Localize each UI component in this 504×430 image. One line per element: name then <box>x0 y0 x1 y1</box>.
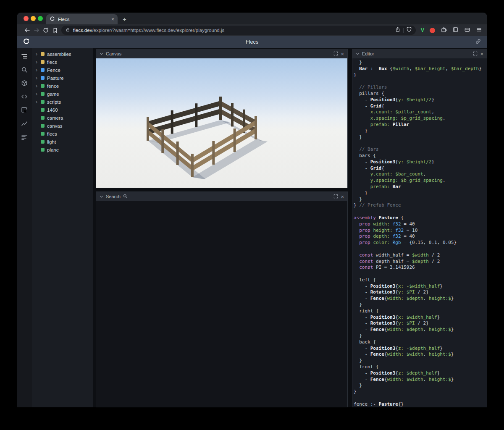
code-line: - Fence{width: $width, height:$} <box>354 377 487 383</box>
search-results-area <box>96 201 347 407</box>
expand-panel-icon[interactable] <box>473 51 478 57</box>
reload-button[interactable] <box>41 26 50 35</box>
code-editor-icon[interactable] <box>20 92 29 101</box>
close-panel-icon[interactable]: × <box>341 51 344 57</box>
search-panel-title: Search <box>106 194 121 199</box>
code-line <box>354 395 487 401</box>
code-line: } <box>354 389 487 395</box>
bookmark-tab-icon[interactable] <box>50 26 60 35</box>
tree-item-1460[interactable]: 1460 <box>32 106 93 114</box>
expand-arrow-icon[interactable]: › <box>35 59 38 65</box>
expand-arrow-icon[interactable]: › <box>35 67 38 73</box>
entity-kind-dot <box>41 68 45 72</box>
code-line: } <box>354 302 487 308</box>
tree-item-label: plane <box>47 147 59 152</box>
close-panel-icon[interactable]: × <box>341 194 344 199</box>
address-bar[interactable]: flecs.dev/explorer/?wasm=https://www.fle… <box>61 26 416 35</box>
canvas-3d-viewport[interactable] <box>96 58 347 188</box>
tree-item-game[interactable]: ›game <box>32 90 93 98</box>
expand-panel-icon[interactable] <box>333 51 338 57</box>
search-panel-header: Search × <box>96 192 347 201</box>
wallet-icon[interactable] <box>464 26 470 34</box>
code-line: front { <box>354 364 487 370</box>
collapse-chevron-icon[interactable] <box>356 51 360 56</box>
tree-item-scripts[interactable]: ›scripts <box>32 98 93 106</box>
entities-cube-icon[interactable] <box>20 79 29 88</box>
code-line: } <box>354 134 487 141</box>
inspect-cursor-icon[interactable] <box>20 105 29 115</box>
collapse-chevron-icon[interactable] <box>100 51 103 56</box>
url-domain: flecs.dev <box>73 28 92 33</box>
forward-button[interactable] <box>32 26 41 35</box>
code-line: } // Prefab Fence <box>354 202 487 209</box>
sidebar-toggle-icon[interactable] <box>452 26 459 34</box>
code-line: y.spacing: $b_grid_spacing, <box>354 178 487 184</box>
code-line: } <box>354 72 487 79</box>
tree-item-flecs[interactable]: ›flecs <box>32 58 93 66</box>
browser-window: Flecs × + flecs.dev/explore <box>17 13 487 407</box>
tree-item-label: flecs <box>47 60 57 65</box>
close-window-button[interactable] <box>24 16 29 21</box>
tree-item-plane[interactable]: plane <box>32 146 93 154</box>
extension-v-icon[interactable]: V <box>421 27 424 33</box>
expand-arrow-icon[interactable]: › <box>35 99 38 105</box>
search-tool-icon[interactable] <box>20 65 29 74</box>
tree-item-label: 1460 <box>47 108 58 113</box>
extensions-puzzle-icon[interactable] <box>441 26 447 34</box>
tree-item-assemblies[interactable]: ›assemblies <box>32 50 93 58</box>
expand-panel-icon[interactable] <box>333 194 338 199</box>
code-area[interactable]: } Bar :- Box {$width, $bar_height, $bar_… <box>354 60 487 407</box>
statistics-chart-icon[interactable] <box>20 119 29 128</box>
entity-kind-dot <box>41 52 45 56</box>
browser-tab[interactable]: Flecs × <box>46 14 118 24</box>
divider <box>403 28 404 33</box>
code-line <box>354 140 487 147</box>
tree-item-flecs[interactable]: flecs <box>32 130 93 138</box>
code-line: } <box>354 60 487 66</box>
code-line: } <box>354 383 487 389</box>
expand-arrow-icon[interactable]: › <box>35 91 38 97</box>
link-icon[interactable] <box>475 38 481 46</box>
new-tab-button[interactable]: + <box>118 16 126 24</box>
canvas-panel-title: Canvas <box>106 51 121 56</box>
tree-item-camera[interactable]: camera <box>32 114 93 122</box>
tree-item-Fence[interactable]: ›Fence <box>32 66 93 74</box>
code-line: - Grid{ <box>354 103 487 110</box>
entity-tree: ›assemblies›flecs›Fence›Pasture›fence›ga… <box>32 48 93 407</box>
entity-kind-dot <box>41 140 45 144</box>
tree-item-canvas[interactable]: canvas <box>32 122 93 130</box>
canvas-panel-header: Canvas × <box>96 49 347 58</box>
share-icon[interactable] <box>395 26 401 34</box>
code-line: } <box>354 197 487 203</box>
lock-icon <box>65 26 71 34</box>
code-line: right { <box>354 308 487 315</box>
entity-tree-icon[interactable] <box>20 52 29 61</box>
expand-arrow-icon[interactable]: › <box>35 75 38 81</box>
expand-arrow-icon[interactable]: › <box>35 51 38 57</box>
rows-stats-icon[interactable] <box>20 132 29 142</box>
code-line: x.count: $pillar_count, <box>354 109 487 115</box>
back-button[interactable] <box>23 26 32 35</box>
entity-kind-dot <box>41 100 45 104</box>
collapse-chevron-icon[interactable] <box>100 194 103 199</box>
zoom-window-button[interactable] <box>38 16 43 21</box>
brave-shield-icon[interactable] <box>406 26 412 34</box>
code-line <box>354 209 487 215</box>
page-title: Flecs <box>17 39 487 45</box>
expand-arrow-icon[interactable]: › <box>35 83 38 89</box>
code-line: - Fence{width: $depth, height:$} <box>354 327 487 333</box>
entity-kind-dot <box>41 92 45 96</box>
tree-item-fence[interactable]: ›fence <box>32 82 93 90</box>
tree-item-label: light <box>47 139 56 144</box>
tab-close-icon[interactable]: × <box>111 17 114 22</box>
code-line: const depth_half = $depth / 2 <box>354 259 487 265</box>
code-line: prop depth: f32 = 40 <box>354 233 487 240</box>
minimize-window-button[interactable] <box>31 16 36 21</box>
tree-item-light[interactable]: light <box>32 138 93 146</box>
tree-item-Pasture[interactable]: ›Pasture <box>32 74 93 82</box>
search-magnifier-icon <box>123 194 127 199</box>
close-panel-icon[interactable]: × <box>480 51 483 57</box>
menu-hamburger-icon[interactable] <box>476 26 482 34</box>
extension-red-icon[interactable] <box>430 28 435 33</box>
code-line: // Pillars <box>354 84 487 91</box>
